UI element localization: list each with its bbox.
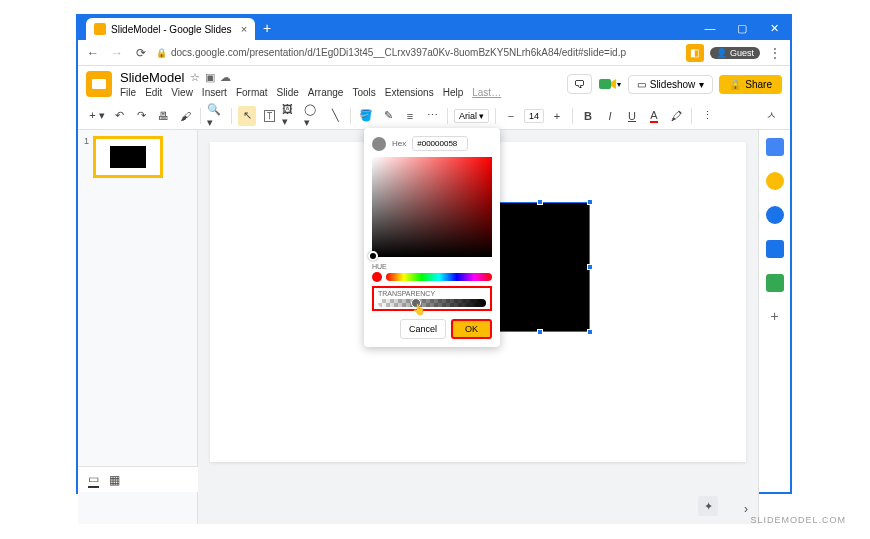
browser-window: SlideModel - Google Slides × + — ▢ ✕ ← →… (76, 14, 792, 494)
person-icon: 👤 (716, 48, 727, 58)
hex-label: Hex (392, 139, 406, 148)
menu-file[interactable]: File (120, 87, 136, 98)
italic-button[interactable]: I (601, 106, 619, 126)
move-icon[interactable]: ▣ (205, 71, 215, 84)
border-weight-button[interactable]: ≡ (401, 106, 419, 126)
textbox-tool[interactable]: 🅃 (260, 106, 278, 126)
resize-handle[interactable] (537, 199, 543, 205)
thumbnail-shape (110, 146, 146, 168)
print-button[interactable]: 🖶 (154, 106, 172, 126)
watermark: SLIDEMODEL.COM (750, 515, 846, 525)
keep-icon[interactable] (766, 172, 784, 190)
resize-handle[interactable] (587, 329, 593, 335)
extension-icon[interactable]: ◧ (686, 44, 704, 62)
lock-icon: 🔒 (729, 79, 741, 90)
menu-slide[interactable]: Slide (277, 87, 299, 98)
new-slide-button[interactable]: + ▾ (88, 106, 106, 126)
explore-button[interactable]: ✦ (698, 496, 718, 516)
cancel-button[interactable]: Cancel (400, 319, 446, 339)
select-tool[interactable]: ↖ (238, 106, 256, 126)
redo-button[interactable]: ↷ (132, 106, 150, 126)
lock-icon: 🔒 (156, 48, 167, 58)
doc-title[interactable]: SlideModel (120, 70, 184, 85)
undo-button[interactable]: ↶ (110, 106, 128, 126)
resize-handle[interactable] (537, 329, 543, 335)
font-select[interactable]: Arial ▾ (454, 109, 489, 123)
side-panel: + (758, 130, 790, 524)
shape-tool[interactable]: ◯ ▾ (304, 106, 322, 126)
decrease-font-button[interactable]: − (502, 106, 520, 126)
more-button[interactable]: ⋮ (698, 106, 716, 126)
menu-help[interactable]: Help (443, 87, 464, 98)
tasks-icon[interactable] (766, 206, 784, 224)
ok-button[interactable]: OK (451, 319, 492, 339)
menu-format[interactable]: Format (236, 87, 268, 98)
close-window-icon[interactable]: ✕ (758, 22, 790, 35)
resize-handle[interactable] (587, 264, 593, 270)
paint-format-button[interactable]: 🖌 (176, 106, 194, 126)
tab-title: SlideModel - Google Slides (111, 24, 232, 35)
border-dash-button[interactable]: ⋯ (423, 106, 441, 126)
close-tab-icon[interactable]: × (241, 23, 247, 35)
saturation-cursor[interactable] (368, 251, 378, 261)
url-text: docs.google.com/presentation/d/1Eg0Di13t… (171, 47, 626, 58)
border-color-button[interactable]: ✎ (379, 106, 397, 126)
line-tool[interactable]: ╲ (326, 106, 344, 126)
canvas-area[interactable]: Hex HUE TRANSPARENCY (198, 130, 758, 524)
grid-view-icon[interactable]: ▦ (109, 473, 120, 487)
menu-extensions[interactable]: Extensions (385, 87, 434, 98)
font-size-input[interactable]: 14 (524, 109, 544, 123)
address-bar[interactable]: 🔒 docs.google.com/presentation/d/1Eg0Di1… (156, 47, 680, 58)
reload-icon[interactable]: ⟳ (132, 46, 150, 60)
menu-insert[interactable]: Insert (202, 87, 227, 98)
slide[interactable]: Hex HUE TRANSPARENCY (210, 142, 746, 462)
saturation-field[interactable] (372, 157, 492, 257)
resize-handle[interactable] (587, 199, 593, 205)
contacts-icon[interactable] (766, 240, 784, 258)
slide-thumbnail[interactable] (93, 136, 163, 178)
bold-button[interactable]: B (579, 106, 597, 126)
transparency-slider[interactable] (378, 299, 486, 307)
zoom-button[interactable]: 🔍 ▾ (207, 106, 225, 126)
underline-button[interactable]: U (623, 106, 641, 126)
maps-icon[interactable] (766, 274, 784, 292)
star-icon[interactable]: ☆ (190, 71, 200, 84)
cloud-icon[interactable]: ☁ (220, 71, 231, 84)
slideshow-button[interactable]: ▭ Slideshow ▾ (628, 75, 714, 94)
hue-slider[interactable] (386, 273, 492, 281)
back-icon[interactable]: ← (84, 46, 102, 60)
menu-arrange[interactable]: Arrange (308, 87, 344, 98)
svg-rect-0 (599, 79, 611, 89)
share-button[interactable]: 🔒 Share (719, 75, 782, 94)
forward-icon[interactable]: → (108, 46, 126, 60)
play-icon: ▭ (637, 79, 646, 90)
add-addon-button[interactable]: + (770, 308, 778, 324)
highlight-button[interactable]: 🖍 (667, 106, 685, 126)
menu-icon[interactable]: ⋮ (766, 46, 784, 60)
hide-menus-button[interactable]: ㅅ (762, 106, 780, 126)
menu-view[interactable]: View (171, 87, 193, 98)
image-tool[interactable]: 🖼 ▾ (282, 106, 300, 126)
text-color-button[interactable]: A (645, 106, 663, 126)
new-tab-button[interactable]: + (263, 20, 271, 36)
transparency-highlight: TRANSPARENCY 👆 (372, 286, 492, 311)
last-edit[interactable]: Last… (472, 87, 501, 98)
fill-color-button[interactable]: 🪣 (357, 106, 375, 126)
increase-font-button[interactable]: + (548, 106, 566, 126)
selected-rectangle-shape[interactable] (490, 202, 590, 332)
comment-history-button[interactable]: 🗨 (567, 74, 592, 94)
filmstrip-view-icon[interactable]: ▭ (88, 472, 99, 488)
hex-input[interactable] (412, 136, 468, 151)
guest-profile[interactable]: 👤 Guest (710, 47, 760, 59)
slides-logo[interactable] (86, 71, 112, 97)
meet-button[interactable]: ▾ (598, 74, 622, 94)
menu-tools[interactable]: Tools (352, 87, 375, 98)
expand-sidepanel-icon[interactable]: › (744, 502, 748, 516)
menu-edit[interactable]: Edit (145, 87, 162, 98)
minimize-icon[interactable]: — (694, 22, 726, 34)
address-bar-row: ← → ⟳ 🔒 docs.google.com/presentation/d/1… (78, 40, 790, 66)
transparency-label: TRANSPARENCY (378, 290, 486, 297)
browser-tab[interactable]: SlideModel - Google Slides × (86, 18, 255, 40)
maximize-icon[interactable]: ▢ (726, 22, 758, 35)
calendar-icon[interactable] (766, 138, 784, 156)
